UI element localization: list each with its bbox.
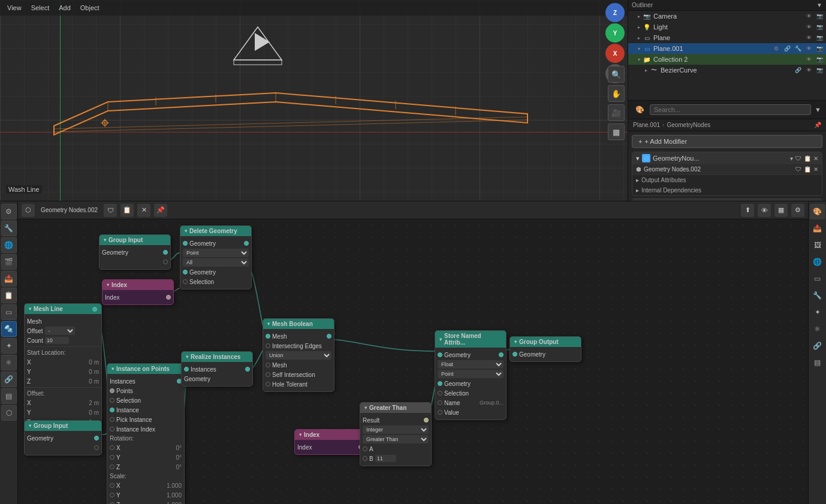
gn-expand-icon[interactable]: ▾ — [636, 155, 640, 162]
gi2-collapse[interactable]: ▾ — [29, 423, 31, 428]
collapse-coll2[interactable]: ▾ — [638, 57, 640, 62]
gt-b-input[interactable] — [375, 455, 396, 462]
mb-si-socket[interactable] — [266, 372, 270, 377]
ml-count-input[interactable] — [45, 337, 69, 344]
viewport-3d[interactable]: View Select Add Object Wash Line Z Y X ⊙… — [0, 0, 628, 201]
collapse-light[interactable]: ▸ — [638, 25, 640, 30]
light-eye-icon[interactable]: 👁 — [804, 23, 813, 31]
plane001-eye-icon[interactable]: 👁 — [804, 44, 813, 53]
ip-sy-socket[interactable] — [110, 493, 114, 497]
outliner-item-camera[interactable]: ▸ 📷 Camera 👁 📷 — [628, 11, 826, 22]
plane001-filter-icon[interactable]: ⚙ — [772, 44, 780, 53]
ml-offset-select[interactable]: - — [45, 327, 75, 335]
ri-geo-out-socket[interactable] — [245, 367, 250, 372]
node-instance-on-points[interactable]: ▾ Instance on Points Instances Points — [107, 363, 185, 504]
sidebar-tool-output[interactable]: 📤 — [1, 271, 17, 286]
collapse-plane001[interactable]: ▾ — [638, 46, 640, 52]
gt-a-socket[interactable] — [363, 446, 367, 451]
mb-mesh-socket[interactable] — [266, 334, 270, 339]
outliner-filter-icon[interactable]: ▼ — [816, 2, 822, 8]
props-tool-constraints[interactable]: 🔗 — [810, 338, 825, 354]
sna-type-select[interactable]: Float — [438, 360, 504, 369]
gn-shield-icon[interactable]: 🛡 — [795, 155, 801, 162]
outliner-item-plane[interactable]: ▸ ▭ Plane 👁 📷 — [628, 32, 826, 43]
sna-geo-out-socket[interactable] — [499, 352, 504, 357]
node-group-input-1[interactable]: ▾ Group Input Geometry — [99, 234, 171, 270]
props-tool-object[interactable]: ▭ — [810, 271, 825, 286]
bezier-eye-icon[interactable]: 👁 — [804, 66, 813, 74]
mb-op-select[interactable]: Union — [266, 351, 331, 360]
mb-mesh2-socket[interactable] — [266, 363, 270, 367]
gt-result-socket[interactable] — [424, 418, 429, 422]
sidebar-tool-properties[interactable]: ⚙ — [1, 204, 17, 219]
camera-eye-icon[interactable]: 👁 — [804, 12, 813, 20]
vp-menu-add[interactable]: Add — [55, 4, 74, 11]
node-realize-instances[interactable]: ▾ Realize Instances Instances Geometry — [181, 351, 253, 387]
node-editor[interactable]: ⬡ Geometry Nodes.002 🛡 📋 ✕ 📌 ⬆ 👁 ▦ ⚙ — [18, 201, 808, 504]
props-icon-render[interactable]: 🎨 — [633, 103, 646, 116]
ne-pin-btn[interactable]: 📌 — [154, 204, 167, 217]
mb-collapse[interactable]: ▾ — [267, 321, 270, 327]
coll2-render-icon[interactable]: 📷 — [815, 55, 824, 64]
outliner-item-beziercurve[interactable]: ▸ 〜 BezierCurve 🔗 👁 📷 — [628, 65, 826, 76]
ne-view-btn[interactable]: 👁 — [758, 204, 771, 217]
gn-x2-icon[interactable]: ✕ — [813, 166, 818, 173]
node-mesh-line[interactable]: ▾ Mesh Line Mesh Offset - Count — [24, 303, 102, 430]
ne-settings-btn[interactable]: ⚙ — [791, 204, 804, 217]
props-tool-view[interactable]: 🖼 — [810, 237, 825, 253]
light-render-icon[interactable]: 📷 — [815, 23, 824, 31]
go-geo-socket[interactable] — [513, 352, 517, 357]
collapse-bezier[interactable]: ▸ — [645, 68, 647, 73]
props-tool-output[interactable]: 📤 — [810, 221, 825, 236]
ip-inst2-socket[interactable] — [110, 408, 114, 412]
ml-mesh-out-socket[interactable] — [92, 307, 97, 312]
ip-idx-socket[interactable] — [110, 427, 114, 431]
mb-ie-socket[interactable] — [266, 343, 270, 348]
node-delete-geometry[interactable]: ▾ Delete Geometry Geometry Point — [180, 225, 252, 289]
ip-sx-socket[interactable] — [110, 483, 114, 488]
plane001-render-icon[interactable]: 📷 — [815, 44, 824, 53]
nav-x[interactable]: X — [605, 44, 625, 63]
props-tool-world[interactable]: 🌐 — [810, 254, 825, 270]
idx2-collapse[interactable]: ▾ — [299, 432, 302, 437]
ne-type-icon[interactable]: ⬡ — [22, 204, 35, 217]
ip-ry-socket[interactable] — [110, 455, 114, 460]
sna-sel-socket[interactable] — [438, 391, 442, 396]
plane001-link-icon[interactable]: 🔗 — [783, 44, 791, 53]
props-tool-particles[interactable]: ✦ — [810, 304, 825, 320]
outliner-item-collection2[interactable]: ▾ 📁 Collection 2 👁 📷 — [628, 54, 826, 65]
ne-close-btn[interactable]: ✕ — [137, 204, 150, 217]
ne-copy-btn[interactable]: 📋 — [120, 204, 134, 217]
gn-copy2-icon[interactable]: 📋 — [804, 166, 811, 173]
props-collapse-icon[interactable]: ▼ — [815, 106, 821, 113]
ni1-geometry-socket[interactable] — [163, 250, 168, 255]
node-group-output[interactable]: ▾ Group Output Geometry — [510, 336, 581, 362]
ip-collapse[interactable]: ▾ — [111, 366, 114, 372]
gt-collapse[interactable]: ▾ — [364, 405, 367, 411]
nav-y[interactable]: Y — [605, 23, 625, 43]
ml-collapse[interactable]: ▾ — [29, 306, 31, 312]
gt-b-socket[interactable] — [363, 456, 367, 461]
gn-shield2-icon[interactable]: 🛡 — [795, 166, 801, 173]
vp-tool-hand[interactable]: ✋ — [608, 85, 625, 102]
internal-deps-row[interactable]: ▸ Internal Dependencies — [632, 185, 822, 195]
node-group-input-2[interactable]: ▾ Group Input Geometry — [24, 420, 102, 455]
plane-eye-icon[interactable]: 👁 — [804, 34, 813, 42]
dg-collapse[interactable]: ▾ — [185, 228, 187, 234]
ip-pick-socket[interactable] — [110, 417, 114, 422]
sna-geo-in-socket[interactable] — [438, 352, 442, 357]
sidebar-tool-constraints[interactable]: 🔗 — [1, 372, 17, 387]
bezier-link-icon[interactable]: 🔗 — [794, 66, 802, 74]
node-greater-than[interactable]: ▾ Greater Than Result Integer Greater Th… — [360, 402, 432, 466]
sidebar-tool-scene[interactable]: 🌐 — [1, 237, 17, 253]
props-search-input[interactable] — [650, 104, 811, 115]
collapse-plane[interactable]: ▸ — [638, 35, 640, 41]
sidebar-tool-data[interactable]: ▤ — [1, 388, 17, 404]
outliner-item-light[interactable]: ▸ 💡 Light 👁 📷 — [628, 22, 826, 32]
ne-upload-btn[interactable]: ⬆ — [741, 204, 754, 217]
sna-domain-select[interactable]: Point — [438, 370, 504, 378]
dg-geo-out-socket[interactable] — [244, 241, 249, 246]
props-tool-modifier[interactable]: 🔧 — [810, 288, 825, 303]
node-canvas[interactable]: ▾ Group Input Geometry — [18, 219, 808, 504]
ip-rx-socket[interactable] — [110, 445, 114, 450]
